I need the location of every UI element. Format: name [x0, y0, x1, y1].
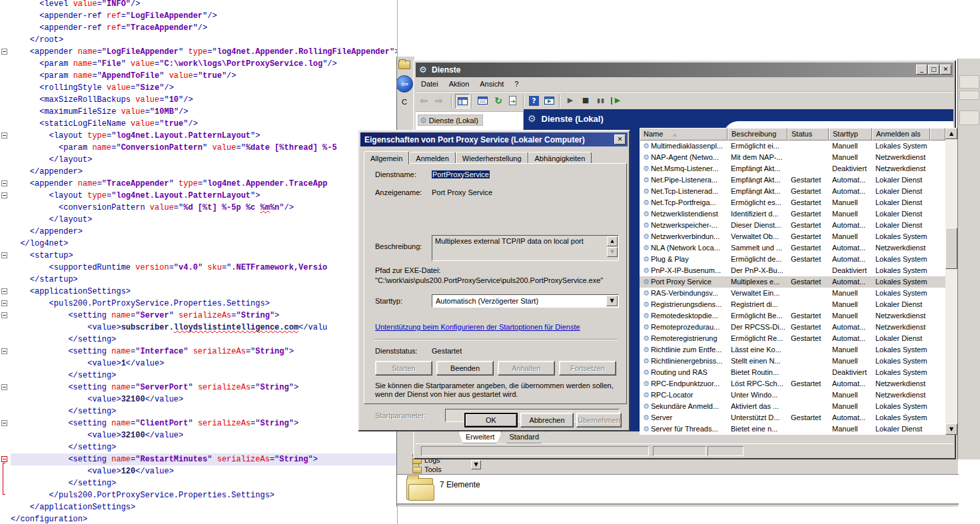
beschreibung-box[interactable]: Multiplexes external TCP/IP data on loca… [432, 235, 619, 261]
fold-toggle-icon[interactable] [1, 288, 7, 294]
folder-item[interactable]: Tools [412, 465, 442, 474]
column-header-anmelden-als[interactable]: Anmelden als [872, 128, 930, 140]
chevron-down-icon[interactable]: ▼ [606, 296, 618, 306]
table-row[interactable]: ⚙RemoteregistrierungErmöglicht Re...Gest… [640, 333, 945, 344]
table-row[interactable]: ⚙Net.Msmq-Listener...Empfängt Akt...Deak… [640, 163, 945, 174]
fold-toggle-icon[interactable] [1, 456, 7, 462]
uebernehmen-button[interactable]: Übernehmen [576, 413, 622, 427]
anhalten-button[interactable]: Anhalten [498, 361, 555, 376]
table-row[interactable]: ⚙Plug & PlayErmöglicht de...GestartetAut… [640, 254, 945, 265]
fold-toggle-icon[interactable] [1, 384, 7, 390]
show-console-tree-icon[interactable] [455, 94, 470, 109]
stop-service-icon[interactable]: ■ [578, 94, 593, 109]
table-row[interactable]: ⚙PnP-X-IP-Busenum...Der PnP-X-Bu...Deakt… [640, 265, 945, 276]
close-button[interactable]: ✕ [940, 65, 951, 75]
table-scrollbar[interactable]: ▲ ▼ [945, 128, 957, 435]
tab-allgemein[interactable]: Allgemein [364, 151, 409, 164]
starten-button[interactable]: Starten [375, 361, 432, 376]
start-service-icon[interactable]: ▶ [563, 94, 578, 109]
menu-item-ansicht[interactable]: Ansicht [474, 77, 509, 92]
fold-toggle-icon[interactable] [1, 180, 7, 186]
column-header-status[interactable]: Status [787, 128, 829, 140]
table-row[interactable]: ⚙Richtlinienergebniss...Stellt einen N..… [640, 356, 945, 367]
startparameter-label: Startparameter: [375, 411, 426, 419]
menu-item-datei[interactable]: Datei [416, 77, 444, 92]
column-header-beschreibung[interactable]: Beschreibung [728, 128, 787, 140]
table-row[interactable]: ⚙Multimediaklassenpl...Ermöglicht ei...M… [640, 140, 945, 152]
startoptions-help-link[interactable]: Unterstützung beim Konfigurieren der Sta… [375, 323, 580, 331]
table-row[interactable]: ⚙Registrierungsdiens...Registriert di...… [640, 299, 945, 310]
dropdown-button[interactable]: ▼ [471, 460, 481, 469]
code-line: <startup> [11, 250, 398, 262]
dialog-titlebar[interactable]: Eigenschaften von Port Proxy Service (Lo… [360, 132, 628, 146]
scroll-down-button[interactable]: ▼ [607, 247, 618, 257]
table-row[interactable]: ⚙Server für Threads...Bietet eine n...Ma… [640, 423, 945, 435]
column-header-filler[interactable] [930, 128, 945, 140]
fold-toggle-icon[interactable] [1, 312, 7, 318]
dienstname-value[interactable]: PortProxyService [432, 170, 490, 178]
dialog-close-button[interactable]: ✕ [614, 134, 626, 144]
scroll-down-button[interactable]: ▼ [945, 423, 957, 435]
table-row[interactable]: ⚙NLA (Network Loca...Sammelt und ...Gest… [640, 242, 945, 254]
restart-service-icon[interactable]: ▶ [609, 94, 624, 109]
table-row[interactable]: ⚙RPC-LocatorUnter Windo...ManuellNetzwer… [640, 390, 945, 401]
table-row[interactable]: ⚙RAS-Verbindungsv...Verwaltet Ein...Manu… [640, 288, 945, 299]
editor-fold-gutter[interactable] [0, 0, 11, 524]
code-line: <param name="ConversionPattern" value="%… [11, 142, 398, 154]
refresh-icon[interactable]: ↻ [491, 94, 506, 109]
table-row[interactable]: ⚙Netzwerkspeicher-...Dieser Dienst...Ges… [640, 220, 945, 231]
fold-toggle-icon[interactable] [1, 252, 7, 258]
table-row[interactable]: ⚙Net.Tcp-Portfreiga...Ermöglicht es...Ge… [640, 197, 945, 208]
tree-item-dienste-lokal[interactable]: ⚙ Dienste (Lokal) [418, 115, 483, 126]
services-table[interactable]: NameBeschreibungStatusStarttypAnmelden a… [640, 128, 957, 435]
back-button[interactable]: ⇦ [396, 75, 413, 93]
help-icon[interactable]: ? [527, 94, 542, 109]
tab-wiederherstellung[interactable]: Wiederherstellung [456, 152, 528, 164]
table-row[interactable]: ⚙Net.Pipe-Listenera...Empfängt Akt...Ges… [640, 174, 945, 186]
back-icon[interactable]: ⇦ [416, 94, 431, 109]
table-row[interactable]: ⚙Richtlinie zum Entfe...Lässt eine Ko...… [640, 344, 945, 356]
scroll-up-button[interactable]: ▲ [607, 236, 618, 246]
export-list-icon[interactable] [506, 94, 521, 109]
table-row[interactable]: ⚙Sekundäre Anmeld...Aktiviert das ...Man… [640, 401, 945, 412]
view-tab-erweitert[interactable]: Erweitert [458, 431, 502, 443]
fold-toggle-icon[interactable] [1, 300, 7, 306]
column-header-starttyp[interactable]: Starttyp [829, 128, 872, 140]
services-titlebar[interactable]: ⚙ Dienste _□✕ [416, 63, 953, 77]
ok-button[interactable]: OK [464, 413, 518, 427]
tab-abhngigkeiten[interactable]: Abhängigkeiten [528, 152, 592, 164]
table-row[interactable]: ⚙NAP-Agent (Netwo...Mit dem NAP-...Manue… [640, 152, 945, 163]
minimize-button[interactable]: _ [916, 65, 927, 75]
fold-toggle-icon[interactable] [1, 420, 7, 426]
table-row[interactable]: ⚙Port Proxy ServiceMultiplexes e...Gesta… [640, 276, 945, 288]
table-row[interactable]: ⚙NetzwerklistendienstIdentifiziert d...G… [640, 208, 945, 220]
pause-service-icon[interactable]: ▮▮ [594, 94, 608, 109]
scroll-up-button[interactable]: ▲ [945, 128, 957, 139]
tab-anmelden[interactable]: Anmelden [409, 152, 456, 164]
menu-item-help[interactable]: ? [509, 77, 524, 92]
properties-icon[interactable] [476, 94, 490, 109]
table-row[interactable]: ⚙Remotedesktopdie...Ermöglicht Be...Gest… [640, 310, 945, 322]
scrollbar-thumb[interactable] [945, 228, 957, 269]
table-row[interactable]: ⚙Net.Tcp-Listenerad...Empfängt Akt...Ges… [640, 186, 945, 197]
fold-toggle-icon[interactable] [1, 49, 7, 55]
forward-icon[interactable]: ⇨ [432, 94, 446, 109]
starttyp-combobox[interactable]: Automatisch (Verzögerter Start) ▼ [432, 294, 619, 308]
maximize-button[interactable]: □ [928, 65, 939, 75]
fold-toggle-icon[interactable] [1, 348, 7, 354]
fold-toggle-icon[interactable] [1, 192, 7, 198]
beenden-button[interactable]: Beenden [436, 361, 494, 376]
code-editor[interactable]: <level value="INFO"/> <appender-ref ref=… [0, 0, 398, 524]
table-row[interactable]: ⚙Netzwerkverbindun...Verwaltet Ob...Gest… [640, 231, 945, 242]
table-row[interactable]: ⚙Routing und RASBietet Routin...Deaktivi… [640, 367, 945, 378]
column-header-name[interactable]: Name [640, 128, 728, 140]
table-row[interactable]: ⚙ServerUnterstützt D...GestartetAutomat.… [640, 412, 945, 423]
abbrechen-button[interactable]: Abbrechen [520, 413, 574, 427]
view-tab-standard[interactable]: Standard [502, 431, 546, 443]
extended-view-icon[interactable] [542, 94, 557, 109]
table-row[interactable]: ⚙RPC-Endpunktzuor...Löst RPC-Sch...Gesta… [640, 378, 945, 390]
menu-item-aktion[interactable]: Aktion [444, 77, 475, 92]
fold-toggle-icon[interactable] [1, 132, 7, 138]
fortsetzen-button[interactable]: Fortsetzen [559, 361, 616, 376]
table-row[interactable]: ⚙Remoteprozedurau...Der RPCSS-Di...Gesta… [640, 322, 945, 333]
